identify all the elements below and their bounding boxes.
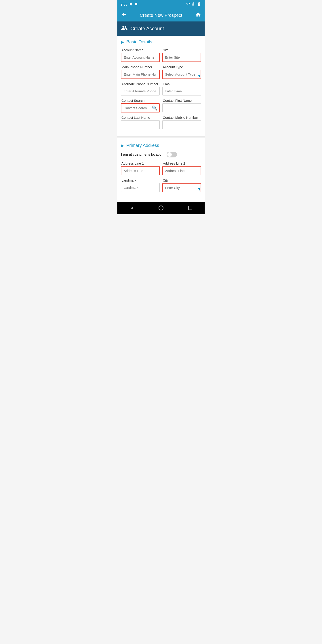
account-name-group: Account Name xyxy=(121,48,160,62)
battery-icon xyxy=(197,2,202,7)
landmark-group: Landmark xyxy=(121,178,160,192)
status-bar-right xyxy=(186,2,202,7)
main-phone-label: Main Phone Number xyxy=(121,65,160,69)
nav-bar: Create New Prospect xyxy=(118,9,204,22)
primary-address-arrow-icon: ▶ xyxy=(121,143,124,148)
android-home-icon xyxy=(158,206,164,210)
city-input[interactable] xyxy=(162,183,201,192)
contact-last-name-input[interactable] xyxy=(121,120,160,129)
contact-mobile-label: Contact Mobile Number xyxy=(162,116,201,120)
sd-card-icon xyxy=(134,2,138,6)
main-phone-group: Main Phone Number xyxy=(121,65,160,79)
contact-first-name-input[interactable] xyxy=(162,103,201,112)
address-line2-label: Address Line 2 xyxy=(162,162,201,165)
section-divider xyxy=(118,136,204,138)
email-label: Email xyxy=(162,82,201,86)
basic-details-arrow-icon: ▶ xyxy=(121,40,124,44)
contact-last-name-label: Contact Last Name xyxy=(121,116,160,120)
location-toggle-row: I am at customer's location xyxy=(121,152,201,158)
address-line1-input[interactable] xyxy=(121,166,160,175)
account-type-input[interactable] xyxy=(162,70,201,79)
address-line2-group: Address Line 2 xyxy=(162,162,201,175)
android-recents-button[interactable] xyxy=(188,206,192,210)
city-dropdown-arrow-icon xyxy=(198,188,200,190)
main-phone-input[interactable] xyxy=(121,70,160,79)
wifi-icon xyxy=(186,2,190,7)
account-type-wrapper xyxy=(162,70,201,79)
create-account-title: Create Account xyxy=(130,26,164,32)
gear-icon xyxy=(129,2,133,7)
android-back-button[interactable]: ◄ xyxy=(130,206,134,210)
android-home-button[interactable] xyxy=(158,206,164,210)
landmark-input[interactable] xyxy=(121,183,160,192)
contact-search-group: Contact Search 🔍 xyxy=(121,98,160,112)
account-name-label: Account Name xyxy=(121,48,160,52)
alt-phone-group: Alternate Phone Number xyxy=(121,82,160,96)
email-input[interactable] xyxy=(162,87,201,96)
main-content: ▶ Basic Details Account Name Site Main P… xyxy=(118,36,204,202)
basic-details-label: Basic Details xyxy=(126,39,152,44)
city-label: City xyxy=(162,178,201,182)
account-name-input[interactable] xyxy=(121,53,160,62)
address-row-1: Address Line 1 Address Line 2 xyxy=(121,162,201,175)
form-row-4: Contact Search 🔍 Contact First Name xyxy=(121,98,201,112)
back-button[interactable] xyxy=(121,12,127,19)
home-button[interactable] xyxy=(195,12,201,19)
android-back-icon: ◄ xyxy=(130,206,134,210)
users-icon xyxy=(121,24,128,33)
alt-phone-label: Alternate Phone Number xyxy=(121,82,160,86)
status-time: 2:33 xyxy=(120,2,128,6)
search-icon: 🔍 xyxy=(152,105,158,111)
primary-address-section: ▶ Primary Address I am at customer's loc… xyxy=(118,139,204,202)
android-nav-bar: ◄ xyxy=(118,202,204,214)
email-group: Email xyxy=(162,82,201,96)
alt-phone-input[interactable] xyxy=(121,87,160,96)
back-icon xyxy=(121,12,127,19)
contact-mobile-input[interactable] xyxy=(162,120,201,129)
contact-search-label: Contact Search xyxy=(121,98,160,102)
contact-first-name-group: Contact First Name xyxy=(162,98,201,112)
address-row-2: Landmark City xyxy=(121,178,201,192)
city-group: City xyxy=(162,178,201,192)
form-row-1: Account Name Site xyxy=(121,48,201,62)
address-line1-label: Address Line 1 xyxy=(121,162,160,165)
site-label: Site xyxy=(162,48,201,52)
location-toggle-label: I am at customer's location xyxy=(121,152,164,156)
bottom-spacer xyxy=(121,196,201,200)
location-toggle[interactable] xyxy=(166,152,177,158)
account-type-group: Account Type xyxy=(162,65,201,79)
toggle-slider xyxy=(166,152,177,158)
contact-search-wrapper: 🔍 xyxy=(121,103,160,112)
home-icon xyxy=(195,12,201,19)
landmark-label: Landmark xyxy=(121,178,160,182)
status-bar: 2:33 xyxy=(118,0,204,9)
account-type-label: Account Type xyxy=(162,65,201,69)
status-bar-left: 2:33 xyxy=(120,2,138,7)
form-row-5: Contact Last Name Contact Mobile Number xyxy=(121,116,201,129)
contact-last-name-group: Contact Last Name xyxy=(121,116,160,129)
primary-address-title: ▶ Primary Address xyxy=(121,143,201,148)
signal-icon xyxy=(192,2,196,7)
android-recents-icon xyxy=(188,206,192,210)
contact-first-name-label: Contact First Name xyxy=(162,98,201,102)
basic-details-title: ▶ Basic Details xyxy=(121,39,201,44)
site-group: Site xyxy=(162,48,201,62)
form-row-3: Alternate Phone Number Email xyxy=(121,82,201,96)
create-account-header: Create Account xyxy=(118,22,204,36)
address-line2-input[interactable] xyxy=(162,166,201,175)
address-line1-group: Address Line 1 xyxy=(121,162,160,175)
primary-address-label: Primary Address xyxy=(126,143,159,148)
contact-mobile-group: Contact Mobile Number xyxy=(162,116,201,129)
account-type-dropdown-arrow-icon xyxy=(198,75,200,77)
site-input[interactable] xyxy=(162,53,201,62)
basic-details-section: ▶ Basic Details Account Name Site Main P… xyxy=(118,36,204,134)
city-wrapper xyxy=(162,183,201,192)
form-row-2: Main Phone Number Account Type xyxy=(121,65,201,79)
page-title: Create New Prospect xyxy=(127,13,195,18)
